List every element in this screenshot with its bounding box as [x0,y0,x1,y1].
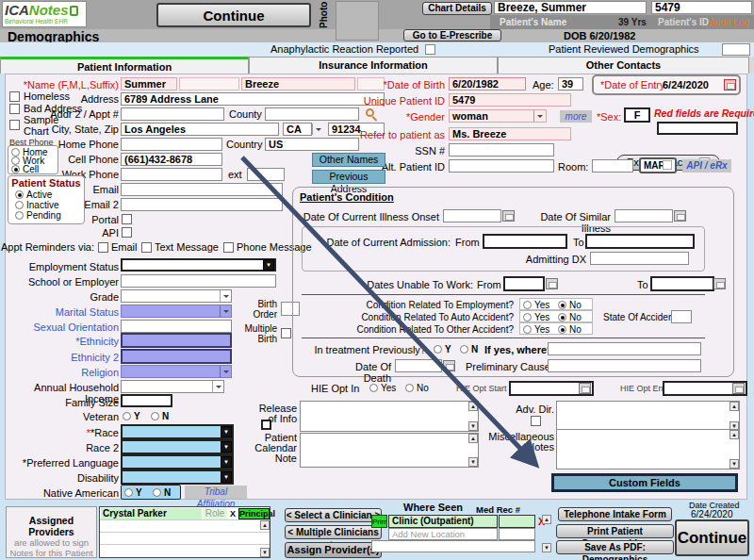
hie-yes-radio[interactable]: Yes [369,383,402,393]
unlabeled-field[interactable] [657,122,738,135]
release-scroll-up-icon[interactable]: ▲ [468,402,478,411]
ssn-field[interactable] [449,143,554,156]
tab-patient-information[interactable]: Patient Information [0,57,249,74]
reminder-email-checkbox[interactable] [98,242,108,253]
custom-fields-button[interactable]: Custom Fields [551,473,738,492]
api-erx-link[interactable]: API / eRx [682,159,731,173]
employment-dropdown[interactable] [121,258,276,272]
select-clinician-button[interactable]: < Select a Clinician > [285,508,382,522]
grade-dropdown[interactable] [121,289,232,303]
grade-dropdown-icon[interactable] [220,290,232,302]
similar-illness-field[interactable] [615,209,673,222]
multiple-birth-checkbox[interactable] [281,328,291,338]
income-dropdown[interactable] [121,380,224,393]
admitting-dx-field[interactable] [590,252,689,265]
gender-dropdown-icon[interactable] [533,110,546,122]
date-death-calendar-icon[interactable] [443,360,455,371]
employment-dropdown-arrow-icon[interactable]: ▼ [263,259,274,271]
misc-notes-scroll-down-icon[interactable]: ▼ [729,459,739,469]
portal-checkbox[interactable] [122,214,132,224]
religion-dropdown[interactable] [121,365,232,378]
photo-placeholder[interactable] [336,1,379,41]
language-dropdown-arrow-icon[interactable]: ▼ [221,456,232,468]
sexual-orientation-field[interactable] [121,320,232,333]
mar-checkbox[interactable] [663,160,672,170]
gender-dropdown[interactable]: woman [449,109,547,123]
marital-dropdown[interactable] [121,305,232,318]
income-dropdown-icon[interactable] [212,381,224,392]
release-textarea[interactable] [300,401,479,432]
native-n-radio[interactable]: N [153,487,176,498]
provider-role-cell[interactable]: Role [203,508,227,519]
tribal-affiliation-button[interactable]: Tribal Affiliation [185,486,247,499]
principal-button[interactable]: Principal [238,508,270,519]
calendar-note-scroll-up-icon[interactable]: ▲ [468,434,478,443]
telephone-intake-button[interactable]: Telephone Intake Form [558,507,672,521]
prelim-cause-field[interactable] [548,359,701,372]
reminder-phone-checkbox[interactable] [223,242,234,253]
illness-onset-field[interactable] [443,209,501,222]
addr2-field[interactable] [121,107,224,121]
if-yes-field[interactable] [548,342,701,355]
hie-start-calendar-icon[interactable] [579,383,591,394]
ext-field[interactable] [247,168,285,181]
disability-dropdown[interactable] [121,469,234,485]
audit-log-link[interactable]: Audit Log [709,17,748,27]
email-field[interactable] [121,183,283,196]
sex-field[interactable]: F [624,107,650,123]
city-field[interactable]: Los Angeles [121,123,279,136]
similar-illness-calendar-icon[interactable] [674,210,686,222]
reminder-text-checkbox[interactable] [141,242,152,253]
rel-auto-no-radio[interactable]: No [558,312,587,322]
rel-other-yes-radio[interactable]: Yes [523,324,555,335]
language-dropdown[interactable] [121,454,234,469]
date-entry-calendar-icon[interactable] [724,79,736,91]
print-demographics-button[interactable]: Print Patient Demographics [556,524,674,538]
school-field[interactable] [121,274,276,288]
alt-id-field[interactable] [449,159,554,173]
work-phone-field[interactable] [121,168,222,181]
home-phone-field[interactable] [121,138,222,151]
marital-dropdown-icon[interactable] [220,305,232,317]
middle-name-field[interactable] [179,77,239,91]
chart-details-button[interactable]: Chart Details [422,2,492,15]
hie-no-radio[interactable]: No [405,383,434,393]
hie-end-calendar-icon[interactable] [732,383,745,394]
email2-field[interactable] [121,198,283,211]
misc-notes-scroll-up-icon[interactable]: ▲ [729,430,739,439]
race-dropdown-arrow-icon[interactable]: ▼ [221,426,232,437]
room-field[interactable] [592,159,633,173]
veteran-n-radio[interactable]: N [151,411,174,421]
ethnicity2-field[interactable] [121,349,232,364]
continue-bottom-button[interactable]: Continue [675,519,749,556]
date-death-field[interactable] [395,359,442,372]
admission-from-field[interactable] [483,234,567,249]
race2-dropdown[interactable] [121,439,234,454]
tab-other-contacts[interactable]: Other Contacts [498,57,749,74]
rel-employment-no-radio[interactable]: No [558,300,587,310]
patient-id-field[interactable]: 5479 [651,1,752,14]
family-size-field[interactable] [121,394,172,407]
multiple-clinicians-button[interactable]: < Multiple Clinicians > [285,525,382,539]
eprescribe-button[interactable]: Go to E-Prescribe [403,29,501,41]
release-checkbox[interactable] [261,420,271,430]
cell-phone-field[interactable]: (661)432-8678 [121,153,222,166]
provider-name-cell[interactable]: Crystal Parker [101,508,202,519]
add-location-row[interactable]: Add New Location [388,528,498,540]
first-name-field[interactable]: Summer [121,77,177,91]
illness-onset-calendar-icon[interactable] [502,210,515,222]
rel-auto-yes-radio[interactable]: Yes [523,312,555,322]
provider-remove-x[interactable]: X [228,508,238,519]
release-scroll-down-icon[interactable]: ▼ [468,421,478,431]
save-pdf-button[interactable]: Save As PDF: Demographics [556,540,674,554]
anaphylactic-checkbox[interactable] [425,44,435,55]
misc-notes-textarea[interactable] [556,429,740,469]
adv-dir-checkbox[interactable] [531,416,541,426]
other-names-button[interactable]: Other Names [312,153,385,167]
reviewed-field[interactable] [722,43,750,56]
where-seen-location-cell[interactable]: Clinic (Outpatient) [388,515,498,528]
upid-field[interactable]: 5479 [449,93,571,107]
calendar-note-scroll-down-icon[interactable]: ▼ [468,457,478,467]
where-seen-scroll-up-icon[interactable]: ▲ [542,515,551,524]
religion-dropdown-icon[interactable] [220,366,232,377]
